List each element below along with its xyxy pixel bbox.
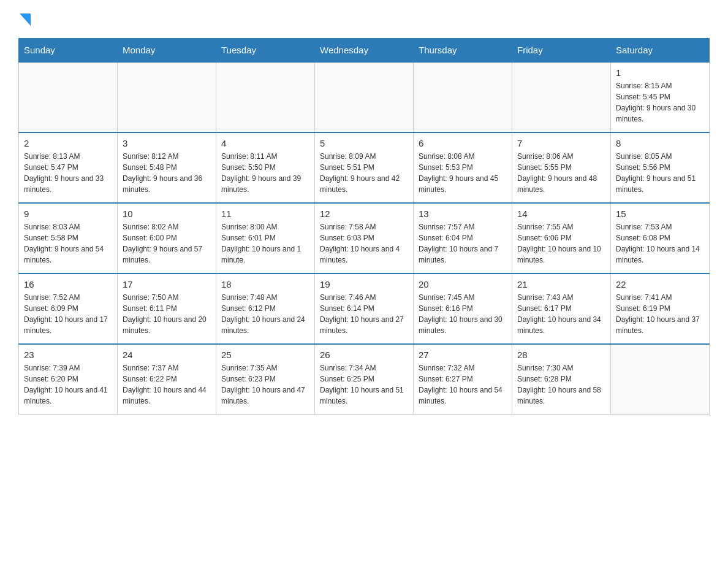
calendar-day-cell: 12Sunrise: 7:58 AMSunset: 6:03 PMDayligh… <box>315 203 414 274</box>
calendar-day-cell: 4Sunrise: 8:11 AMSunset: 5:50 PMDaylight… <box>216 132 315 203</box>
day-info: Sunrise: 7:46 AMSunset: 6:14 PMDaylight:… <box>320 292 408 336</box>
calendar-day-cell: 21Sunrise: 7:43 AMSunset: 6:17 PMDayligh… <box>512 274 611 344</box>
col-tuesday: Tuesday <box>216 39 315 63</box>
calendar-day-cell: 2Sunrise: 8:13 AMSunset: 5:47 PMDaylight… <box>19 132 118 203</box>
calendar-day-cell: 15Sunrise: 7:53 AMSunset: 6:08 PMDayligh… <box>611 203 710 274</box>
calendar-day-cell <box>216 62 315 132</box>
day-info: Sunrise: 8:12 AMSunset: 5:48 PMDaylight:… <box>123 151 211 195</box>
calendar-day-cell: 24Sunrise: 7:37 AMSunset: 6:22 PMDayligh… <box>118 344 216 415</box>
calendar-day-cell: 18Sunrise: 7:48 AMSunset: 6:12 PMDayligh… <box>216 274 315 344</box>
day-info: Sunrise: 7:52 AMSunset: 6:09 PMDaylight:… <box>24 292 112 336</box>
col-sunday: Sunday <box>19 39 118 63</box>
col-friday: Friday <box>512 39 611 63</box>
calendar-week-row: 23Sunrise: 7:39 AMSunset: 6:20 PMDayligh… <box>19 344 710 415</box>
calendar-day-cell: 23Sunrise: 7:39 AMSunset: 6:20 PMDayligh… <box>19 344 118 415</box>
day-info: Sunrise: 7:32 AMSunset: 6:27 PMDaylight:… <box>419 362 507 407</box>
calendar-day-cell <box>19 62 118 132</box>
calendar-day-cell: 28Sunrise: 7:30 AMSunset: 6:28 PMDayligh… <box>512 344 611 415</box>
day-info: Sunrise: 7:58 AMSunset: 6:03 PMDaylight:… <box>320 221 408 266</box>
day-info: Sunrise: 7:48 AMSunset: 6:12 PMDaylight:… <box>221 292 309 336</box>
calendar-day-cell: 20Sunrise: 7:45 AMSunset: 6:16 PMDayligh… <box>414 274 512 344</box>
logo-triangle-icon <box>20 13 31 26</box>
day-info: Sunrise: 7:41 AMSunset: 6:19 PMDaylight:… <box>616 292 704 336</box>
col-monday: Monday <box>118 39 216 63</box>
day-number: 26 <box>320 350 408 360</box>
calendar-week-row: 16Sunrise: 7:52 AMSunset: 6:09 PMDayligh… <box>19 274 710 344</box>
calendar-day-cell: 1Sunrise: 8:15 AMSunset: 5:45 PMDaylight… <box>611 62 710 132</box>
calendar-week-row: 9Sunrise: 8:03 AMSunset: 5:58 PMDaylight… <box>19 203 710 274</box>
day-info: Sunrise: 8:05 AMSunset: 5:56 PMDaylight:… <box>616 151 704 195</box>
day-number: 11 <box>221 209 309 219</box>
day-info: Sunrise: 8:13 AMSunset: 5:47 PMDaylight:… <box>24 151 112 195</box>
calendar-day-cell: 26Sunrise: 7:34 AMSunset: 6:25 PMDayligh… <box>315 344 414 415</box>
day-number: 24 <box>123 350 211 360</box>
calendar-day-cell <box>315 62 414 132</box>
calendar-day-cell: 16Sunrise: 7:52 AMSunset: 6:09 PMDayligh… <box>19 274 118 344</box>
col-thursday: Thursday <box>414 39 512 63</box>
day-info: Sunrise: 8:15 AMSunset: 5:45 PMDaylight:… <box>616 80 704 124</box>
page-header <box>18 12 710 26</box>
day-number: 13 <box>419 209 507 219</box>
day-number: 6 <box>419 138 507 148</box>
day-number: 9 <box>24 209 112 219</box>
calendar-day-cell: 25Sunrise: 7:35 AMSunset: 6:23 PMDayligh… <box>216 344 315 415</box>
calendar-day-cell: 11Sunrise: 8:00 AMSunset: 6:01 PMDayligh… <box>216 203 315 274</box>
svg-marker-0 <box>20 13 31 26</box>
day-info: Sunrise: 8:08 AMSunset: 5:53 PMDaylight:… <box>419 151 507 195</box>
day-info: Sunrise: 8:03 AMSunset: 5:58 PMDaylight:… <box>24 221 112 266</box>
calendar-day-cell <box>118 62 216 132</box>
day-number: 5 <box>320 138 408 148</box>
day-info: Sunrise: 8:02 AMSunset: 6:00 PMDaylight:… <box>123 221 211 266</box>
calendar-day-cell: 10Sunrise: 8:02 AMSunset: 6:00 PMDayligh… <box>118 203 216 274</box>
day-number: 1 <box>616 67 704 78</box>
day-info: Sunrise: 7:45 AMSunset: 6:16 PMDaylight:… <box>419 292 507 336</box>
calendar-day-cell: 7Sunrise: 8:06 AMSunset: 5:55 PMDaylight… <box>512 132 611 203</box>
day-number: 10 <box>123 209 211 219</box>
day-number: 20 <box>419 279 507 289</box>
day-info: Sunrise: 7:39 AMSunset: 6:20 PMDaylight:… <box>24 362 112 407</box>
calendar-day-cell: 22Sunrise: 7:41 AMSunset: 6:19 PMDayligh… <box>611 274 710 344</box>
day-number: 16 <box>24 279 112 289</box>
day-info: Sunrise: 8:00 AMSunset: 6:01 PMDaylight:… <box>221 221 309 266</box>
day-number: 18 <box>221 279 309 289</box>
day-info: Sunrise: 8:06 AMSunset: 5:55 PMDaylight:… <box>517 151 605 195</box>
calendar-week-row: 2Sunrise: 8:13 AMSunset: 5:47 PMDaylight… <box>19 132 710 203</box>
calendar-day-cell: 27Sunrise: 7:32 AMSunset: 6:27 PMDayligh… <box>414 344 512 415</box>
calendar-day-cell: 17Sunrise: 7:50 AMSunset: 6:11 PMDayligh… <box>118 274 216 344</box>
calendar-day-cell <box>611 344 710 415</box>
day-number: 22 <box>616 279 704 289</box>
day-number: 7 <box>517 138 605 148</box>
day-info: Sunrise: 7:53 AMSunset: 6:08 PMDaylight:… <box>616 221 704 266</box>
calendar-header-row: Sunday Monday Tuesday Wednesday Thursday… <box>19 39 710 63</box>
calendar-week-row: 1Sunrise: 8:15 AMSunset: 5:45 PMDaylight… <box>19 62 710 132</box>
day-info: Sunrise: 8:09 AMSunset: 5:51 PMDaylight:… <box>320 151 408 195</box>
col-wednesday: Wednesday <box>315 39 414 63</box>
calendar-day-cell: 19Sunrise: 7:46 AMSunset: 6:14 PMDayligh… <box>315 274 414 344</box>
day-number: 28 <box>517 350 605 360</box>
day-number: 2 <box>24 138 112 148</box>
day-info: Sunrise: 7:50 AMSunset: 6:11 PMDaylight:… <box>123 292 211 336</box>
calendar-day-cell: 6Sunrise: 8:08 AMSunset: 5:53 PMDaylight… <box>414 132 512 203</box>
day-number: 4 <box>221 138 309 148</box>
day-number: 27 <box>419 350 507 360</box>
day-number: 23 <box>24 350 112 360</box>
day-number: 3 <box>123 138 211 148</box>
calendar-table: Sunday Monday Tuesday Wednesday Thursday… <box>18 38 710 415</box>
calendar-day-cell: 3Sunrise: 8:12 AMSunset: 5:48 PMDaylight… <box>118 132 216 203</box>
logo <box>18 12 31 26</box>
calendar-day-cell: 5Sunrise: 8:09 AMSunset: 5:51 PMDaylight… <box>315 132 414 203</box>
day-info: Sunrise: 7:55 AMSunset: 6:06 PMDaylight:… <box>517 221 605 266</box>
day-info: Sunrise: 7:30 AMSunset: 6:28 PMDaylight:… <box>517 362 605 407</box>
col-saturday: Saturday <box>611 39 710 63</box>
day-info: Sunrise: 7:35 AMSunset: 6:23 PMDaylight:… <box>221 362 309 407</box>
calendar-day-cell: 14Sunrise: 7:55 AMSunset: 6:06 PMDayligh… <box>512 203 611 274</box>
calendar-day-cell: 13Sunrise: 7:57 AMSunset: 6:04 PMDayligh… <box>414 203 512 274</box>
day-number: 12 <box>320 209 408 219</box>
day-info: Sunrise: 7:43 AMSunset: 6:17 PMDaylight:… <box>517 292 605 336</box>
calendar-day-cell: 9Sunrise: 8:03 AMSunset: 5:58 PMDaylight… <box>19 203 118 274</box>
day-number: 25 <box>221 350 309 360</box>
day-info: Sunrise: 7:34 AMSunset: 6:25 PMDaylight:… <box>320 362 408 407</box>
day-info: Sunrise: 7:57 AMSunset: 6:04 PMDaylight:… <box>419 221 507 266</box>
calendar-day-cell: 8Sunrise: 8:05 AMSunset: 5:56 PMDaylight… <box>611 132 710 203</box>
day-info: Sunrise: 8:11 AMSunset: 5:50 PMDaylight:… <box>221 151 309 195</box>
